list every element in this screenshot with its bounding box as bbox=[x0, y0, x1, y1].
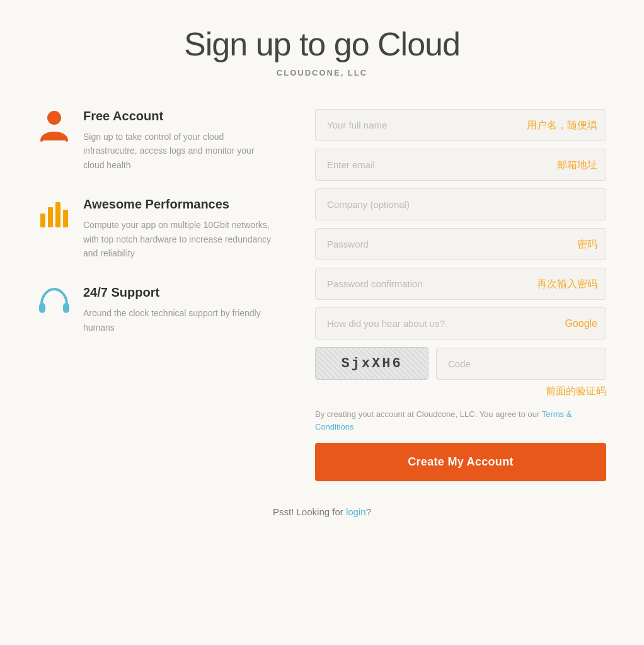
main-content: Free Account Sign up to take control of … bbox=[38, 109, 606, 481]
password-confirm-input[interactable] bbox=[315, 268, 606, 300]
captcha-text: SjxXH6 bbox=[341, 356, 402, 372]
header: Sign up to go Cloud CLOUDCONE, LLC bbox=[38, 25, 606, 77]
company-input[interactable] bbox=[315, 188, 606, 220]
referral-field-wrapper: Google bbox=[315, 307, 606, 340]
feature-support-desc: Around the clock technical support by fr… bbox=[83, 306, 277, 334]
feature-free-account-title: Free Account bbox=[83, 109, 277, 123]
svg-rect-5 bbox=[39, 303, 45, 313]
email-input[interactable] bbox=[315, 149, 606, 181]
feature-free-account-desc: Sign up to take control of your cloud in… bbox=[83, 130, 277, 172]
fullname-input[interactable] bbox=[315, 109, 606, 141]
create-account-button[interactable]: Create My Account bbox=[315, 443, 606, 481]
svg-rect-6 bbox=[63, 303, 69, 313]
page-title: Sign up to go Cloud bbox=[38, 25, 606, 63]
footer: Psst! Looking for login? bbox=[38, 506, 606, 517]
fullname-field-wrapper: 用户名，随便填 bbox=[315, 109, 606, 141]
feature-support-title: 24/7 Support bbox=[83, 285, 277, 300]
feature-performances-title: Awesome Performances bbox=[83, 197, 277, 212]
svg-rect-2 bbox=[48, 207, 53, 227]
captcha-input[interactable] bbox=[436, 348, 606, 380]
person-icon bbox=[38, 109, 71, 142]
password-input[interactable] bbox=[315, 228, 606, 260]
login-link[interactable]: login bbox=[346, 506, 366, 517]
feature-performances: Awesome Performances Compute your app on… bbox=[38, 197, 277, 260]
svg-rect-1 bbox=[40, 214, 45, 227]
password-field-wrapper: 密码 bbox=[315, 228, 606, 260]
captcha-image: SjxXH6 bbox=[315, 347, 428, 380]
password-confirm-field-wrapper: 再次输入密码 bbox=[315, 268, 606, 300]
bars-icon bbox=[38, 197, 71, 230]
feature-support: 24/7 Support Around the clock technical … bbox=[38, 285, 277, 334]
svg-rect-3 bbox=[55, 202, 60, 227]
feature-free-account-text: Free Account Sign up to take control of … bbox=[83, 109, 277, 172]
page-wrapper: Sign up to go Cloud CLOUDCONE, LLC Free … bbox=[0, 0, 644, 555]
email-field-wrapper: 邮箱地址 bbox=[315, 149, 606, 181]
captcha-input-wrapper bbox=[436, 348, 606, 380]
feature-support-text: 24/7 Support Around the clock technical … bbox=[83, 285, 277, 334]
footer-text: Psst! Looking for bbox=[273, 506, 346, 517]
terms-prefix: By creating yout account at Cloudcone, L… bbox=[315, 409, 542, 419]
footer-suffix: ? bbox=[366, 506, 371, 517]
features-list: Free Account Sign up to take control of … bbox=[38, 109, 277, 334]
svg-rect-4 bbox=[63, 210, 68, 227]
signup-form: 用户名，随便填 邮箱地址 密码 再次输入密码 bbox=[315, 109, 606, 481]
feature-performances-desc: Compute your app on multiple 10Gbit netw… bbox=[83, 218, 277, 260]
feature-performances-text: Awesome Performances Compute your app on… bbox=[83, 197, 277, 260]
referral-input[interactable] bbox=[315, 307, 606, 340]
captcha-row: SjxXH6 bbox=[315, 347, 606, 380]
headphones-icon bbox=[38, 285, 71, 318]
svg-point-0 bbox=[47, 111, 61, 125]
company-field-wrapper bbox=[315, 188, 606, 220]
feature-free-account: Free Account Sign up to take control of … bbox=[38, 109, 277, 172]
captcha-annotation: 前面的验证码 bbox=[315, 385, 606, 398]
company-name: CLOUDCONE, LLC bbox=[38, 68, 606, 77]
terms-text: By creating yout account at Cloudcone, L… bbox=[315, 408, 606, 433]
